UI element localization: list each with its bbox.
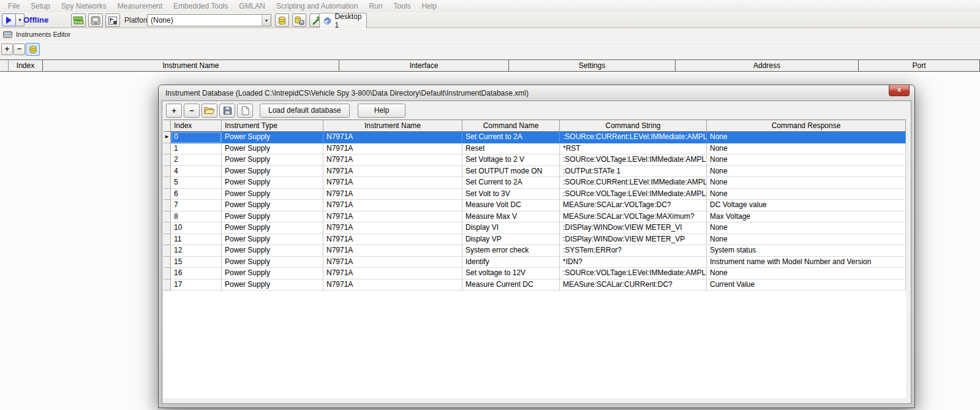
row-indicator[interactable] [164, 222, 171, 234]
column-header-command-name[interactable]: Command Name [462, 120, 560, 131]
cell-index[interactable]: 8 [171, 211, 222, 223]
cell-instrument-name[interactable]: N7971A [323, 143, 462, 155]
cell-command-string[interactable]: :SOURce:VOLTage:LEVel:IMMediate:AMPLitu [560, 268, 707, 279]
database-save-button[interactable] [292, 13, 306, 27]
row-indicator[interactable] [164, 143, 171, 155]
table-row[interactable]: 1Power SupplyN7971AReset*RSTNone [164, 143, 906, 155]
cell-instrument-type[interactable]: Power Supply [222, 166, 323, 178]
cell-instrument-name[interactable]: N7971A [323, 245, 462, 257]
cell-command-name[interactable]: Measure Max V [462, 211, 560, 223]
cell-command-name[interactable]: Reset [462, 143, 560, 155]
cell-instrument-type[interactable]: Power Supply [222, 154, 323, 166]
row-indicator[interactable] [164, 154, 171, 166]
table-row[interactable]: 10Power SupplyN7971ADisplay VI:DISPlay:W… [164, 222, 906, 234]
cell-command-response[interactable]: Instrument name with Model Number and Ve… [707, 257, 906, 268]
row-indicator[interactable] [164, 245, 171, 257]
cell-command-name[interactable]: Measure Current DC [462, 279, 560, 291]
cell-index[interactable]: 12 [171, 245, 222, 257]
row-indicator[interactable] [164, 268, 171, 279]
cell-index[interactable]: 2 [171, 154, 222, 166]
column-header-settings[interactable]: Settings [509, 60, 676, 71]
help-button[interactable]: Help [358, 104, 406, 118]
add-instrument-button[interactable]: + [1, 44, 13, 55]
column-header-command-response[interactable]: Command Response [707, 120, 906, 131]
cell-index[interactable]: 7 [171, 200, 222, 211]
cell-command-string[interactable]: :OUTPut:STATe 1 [560, 166, 707, 178]
table-row[interactable]: ▶0Power SupplyN7971ASet Current to 2A:SO… [164, 132, 906, 143]
row-indicator[interactable] [164, 189, 171, 200]
cell-command-name[interactable]: Set Voltage to 2 V [462, 154, 560, 166]
report-button[interactable] [71, 13, 86, 27]
row-indicator[interactable] [164, 200, 171, 211]
cell-command-response[interactable]: None [707, 154, 906, 166]
cell-index[interactable]: 0 [171, 132, 222, 143]
menu-item-help[interactable]: Help [416, 2, 442, 10]
table-row[interactable]: 5Power SupplyN7971ASet Current to 2A:SOU… [164, 177, 906, 189]
cell-command-string[interactable]: MEASure:SCALar:VOLTage:DC? [560, 200, 707, 211]
cell-command-response[interactable]: None [707, 189, 906, 200]
table-row[interactable]: 7Power SupplyN7971AMeasure Volt DCMEASur… [164, 200, 906, 211]
row-indicator[interactable] [164, 177, 171, 189]
column-header-port[interactable]: Port [859, 60, 980, 71]
cell-instrument-name[interactable]: N7971A [323, 132, 462, 143]
column-header-index[interactable]: Index [171, 120, 222, 131]
cell-command-response[interactable]: None [707, 222, 906, 234]
cell-command-string[interactable]: MEASure:SCALar:CURRent:DC? [560, 279, 707, 291]
row-indicator[interactable] [164, 166, 171, 178]
cell-instrument-type[interactable]: Power Supply [222, 143, 323, 155]
column-header-interface[interactable]: Interface [339, 60, 509, 71]
column-header-command-string[interactable]: Command String [560, 120, 707, 131]
cell-instrument-name[interactable]: N7971A [323, 189, 462, 200]
menu-item-embedded-tools[interactable]: Embedded Tools [168, 2, 233, 10]
cell-command-name[interactable]: Display VP [462, 234, 560, 246]
table-row[interactable]: 11Power SupplyN7971ADisplay VP:DISPlay:W… [164, 234, 906, 246]
cell-command-string[interactable]: :SOURce:VOLTage:LEVel:IMMediate:AMPLitu [560, 154, 707, 166]
open-database-button[interactable] [202, 104, 217, 118]
menu-item-gmlan[interactable]: GMLAN [233, 2, 271, 10]
cell-command-string[interactable]: *IDN? [560, 257, 707, 268]
cell-command-name[interactable]: System error check [462, 245, 560, 257]
table-row[interactable]: 17Power SupplyN7971AMeasure Current DCME… [164, 279, 906, 291]
table-row[interactable]: 15Power SupplyN7971AIdentify*IDN?Instrum… [164, 257, 906, 268]
remove-instrument-button[interactable]: − [13, 44, 25, 55]
cell-command-name[interactable]: Display VI [462, 222, 560, 234]
cell-command-name[interactable]: Identify [462, 257, 560, 268]
cell-instrument-type[interactable]: Power Supply [222, 132, 323, 143]
display-button[interactable] [88, 13, 103, 27]
menu-item-measurement[interactable]: Measurement [112, 2, 168, 10]
cell-command-response[interactable]: System status [707, 245, 906, 257]
platform-select[interactable]: (None) ▼ [147, 14, 271, 26]
cell-instrument-type[interactable]: Power Supply [222, 211, 323, 223]
cell-instrument-type[interactable]: Power Supply [222, 222, 323, 234]
close-button[interactable]: x [889, 85, 910, 96]
table-row[interactable]: 6Power SupplyN7971ASet Volt to 3V:SOURce… [164, 189, 906, 200]
instrument-database-button[interactable] [26, 43, 40, 56]
cell-instrument-name[interactable]: N7971A [323, 222, 462, 234]
cell-command-response[interactable]: None [707, 166, 906, 178]
run-button[interactable] [2, 13, 16, 26]
cell-command-string[interactable]: :SYSTem:ERRor? [560, 245, 707, 257]
cell-command-string[interactable]: :SOURce:VOLTage:LEVel:IMMediate:AMPLitu [560, 189, 707, 200]
cell-instrument-name[interactable]: N7971A [323, 268, 462, 279]
cell-index[interactable]: 17 [171, 279, 222, 291]
cell-command-response[interactable]: None [707, 268, 906, 279]
column-header-index[interactable]: Index [9, 60, 43, 71]
table-row[interactable]: 12Power SupplyN7971ASystem error check:S… [164, 245, 906, 257]
row-indicator[interactable] [164, 234, 171, 246]
menu-item-scripting-and-automation[interactable]: Scripting and Automation [271, 2, 363, 10]
remove-command-button[interactable]: − [184, 104, 200, 118]
table-row[interactable]: 2Power SupplyN7971ASet Voltage to 2 V:SO… [164, 154, 906, 166]
chevron-down-icon[interactable]: ▼ [262, 15, 271, 26]
cell-command-string[interactable]: *RST [560, 143, 707, 155]
cell-instrument-name[interactable]: N7971A [323, 257, 462, 268]
database-button[interactable] [275, 13, 289, 27]
cell-instrument-name[interactable]: N7971A [323, 211, 462, 223]
cell-instrument-type[interactable]: Power Supply [222, 234, 323, 246]
menu-item-run[interactable]: Run [363, 2, 388, 10]
table-row[interactable]: 16Power SupplyN7971ASet voltage to 12V:S… [164, 268, 906, 279]
cell-instrument-type[interactable]: Power Supply [222, 245, 323, 257]
cell-index[interactable]: 15 [171, 257, 222, 268]
column-header-instrument-type[interactable]: Instrument Type [222, 120, 323, 131]
cell-command-response[interactable]: DC Voltage value [707, 200, 906, 211]
cell-command-response[interactable]: None [707, 234, 906, 246]
